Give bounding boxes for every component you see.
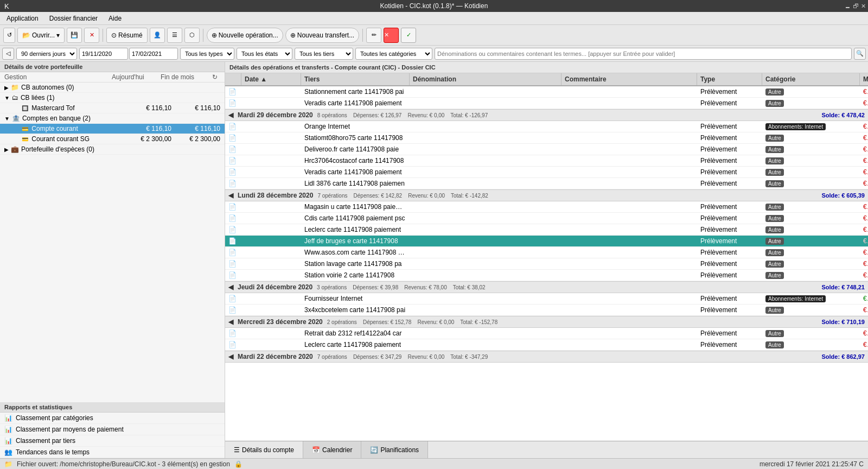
col-tiers[interactable]: Tiers [301,73,410,85]
date-from-input[interactable] [79,48,128,60]
row-tiers: Hrc37064costacof carte 11417908 [301,155,410,166]
row-amount: € -90,00 [860,328,868,339]
row-tiers: Fournisseur Internet [301,293,410,304]
table-row[interactable]: 📄 Leclerc carte 11417908 paiement Prélèv… [225,339,868,351]
table-row[interactable]: 📄 Magasin u carte 11417908 paiemen Prélè… [225,201,868,213]
account-label: 🔲 Mastercard Tof [4,104,123,112]
col-comment[interactable]: Commentaire [561,73,697,85]
table-row[interactable]: 📄 Statiomt08horo75 carte 11417908 Prélèv… [225,132,868,144]
new-op-btn[interactable]: ⊕ Nouvelle opération... [207,28,283,43]
share-btn[interactable]: ⬡ [184,28,200,43]
col-date[interactable]: Date ▲ [241,73,301,85]
day-group-2020-12-23[interactable]: ◀ Mercredi 23 décembre 2020 2 opérations… [225,316,868,328]
edit-btn[interactable]: ✏ [366,28,381,43]
type-select[interactable]: Tous les types Prélèvement Virement [180,48,234,60]
row-icon: 📄 [225,178,241,189]
account-mastercard[interactable]: 🔲 Mastercard Tof € 116,10 € 116,10 [0,103,225,113]
table-row[interactable]: 📄 Lidl 3876 carte 11417908 paiemen Prélè… [225,178,868,189]
table-row[interactable]: 📄 Orange Internet Prélèvement Abonnement… [225,121,868,132]
tiers-select[interactable]: Tous les tiers Orange Internet Lidl [295,48,353,60]
table-row[interactable]: 📄 Retrait dab 2312 ref14122a04 car Prélè… [225,328,868,339]
group-portefeuille[interactable]: ▶ 💼 Portefeuille d'espèces (0) [0,144,225,155]
menu-application[interactable]: Application [2,14,43,23]
table-row[interactable]: 📄 Www.asos.com carte 11417908 paie Prélè… [225,247,868,258]
minimize-btn[interactable]: 🗕 [845,3,851,10]
account-compte-courant[interactable]: 💳 Compte courant € 116,10 € 116,10 [0,124,225,134]
card-icon: 🔲 [22,105,28,111]
list-btn[interactable]: ☰ [167,28,182,43]
category-select[interactable]: Toutes les catégories Abonnements: Inter… [355,48,432,60]
user-btn[interactable]: 👤 [150,28,165,43]
date-to-input[interactable] [129,48,178,60]
portfolio-header: Gestion Aujourd'hui Fin de mois ↻ [0,72,225,83]
save-btn[interactable]: 💾 [67,28,82,43]
row-amount: € -62,78 [860,339,868,350]
group-cb-autonomes[interactable]: ▶ 📁 CB autonomes (0) [0,83,225,93]
refresh-btn[interactable]: ↻ [209,73,220,81]
report-tiers[interactable]: 📊 Classement par tiers [0,435,225,447]
tab-calendrier[interactable]: 📅 Calendrier [303,441,361,458]
cancel-op-btn[interactable]: ✕ [384,28,399,43]
report-payment-methods[interactable]: 📊 Classement par moyens de paiement [0,424,225,435]
table-row[interactable]: 📄 Veradis carte 11417908 paiement Prélèv… [225,167,868,178]
tab-icon: 📅 [312,446,320,454]
day-group-2020-12-29[interactable]: ◀ Mardi 29 décembre 2020 8 opérations Dé… [225,109,868,121]
day-group-2020-12-22[interactable]: ◀ Mardi 22 décembre 2020 7 opérations Dé… [225,351,868,363]
table-row[interactable]: 📄 Stationnement carte 11417908 pai Prélè… [225,86,868,98]
col-denomination[interactable]: Dénomination [410,73,561,85]
open-dropdown-icon: ▾ [56,31,60,39]
bottom-tabs: ☰ Détails du compte 📅 Calendrier 🔄 Plani… [225,441,868,458]
table-row[interactable]: 📄 Leclerc carte 11417908 paiement Prélèv… [225,224,868,236]
row-date [241,148,301,151]
table-row[interactable]: 📄 Hrc37064costacof carte 11417908 Prélèv… [225,155,868,167]
group-cb-liees[interactable]: ▼ 🗂 CB liées (1) [0,93,225,103]
row-tiers: Veradis carte 11417908 paiement [301,98,410,109]
new-icon-btn[interactable]: ↺ [3,28,15,43]
table-row[interactable]: 📄 3x4xcbcetelem carte 11417908 pai Prélè… [225,305,868,316]
group-comptes-banque[interactable]: ▼ 🏦 Comptes en banque (2) [0,113,225,124]
new-op-icon: ⊕ [212,31,217,39]
table-row[interactable]: 📄 Deliveroo.fr carte 11417908 paie Prélè… [225,144,868,155]
new-transfer-btn[interactable]: ⊕ Nouveau transfert... [285,28,359,43]
day-title: Mardi 29 décembre 2020 [238,111,313,119]
row-tiers: Www.asos.com carte 11417908 paie [301,247,410,258]
tab-planifications[interactable]: 🔄 Planifications [361,441,428,458]
maximize-btn[interactable]: 🗗 [853,3,859,10]
tab-label: Planifications [380,446,419,454]
search-input[interactable] [435,48,852,60]
report-trends[interactable]: 👥 Tendances dans le temps [0,447,225,458]
close-btn[interactable]: ✕ [861,3,866,10]
validate-btn[interactable]: ✓ [401,28,416,43]
reports-title: Rapports et statistiques [0,402,225,413]
close-btn-toolbar[interactable]: ✕ [84,28,99,43]
account-courant-sg[interactable]: 💳 Courant courant SG € 2 300,00 € 2 300,… [0,134,225,144]
resume-label: Résumé [118,31,143,39]
search-btn[interactable]: 🔍 [854,48,866,60]
col-type[interactable]: Type [697,73,762,85]
report-categories[interactable]: 📊 Classement par catégories [0,413,225,424]
table-row[interactable]: 📄 Station lavage carte 11417908 pa Prélè… [225,258,868,270]
filter-nav-prev[interactable]: ◁ [2,48,14,60]
table-row[interactable]: 📄 Veradis carte 11417908 paiement Prélèv… [225,98,868,109]
day-group-2020-12-28[interactable]: ◀ Lundi 28 décembre 2020 7 opérations Dé… [225,189,868,201]
state-select[interactable]: Tous les états Rapproché Non rapproché [237,48,292,60]
col-icon [225,73,241,85]
menu-aide[interactable]: Aide [104,14,126,23]
row-comment [561,262,697,265]
resume-btn[interactable]: ⊙ Résumé [106,28,148,43]
chevron-icon: ▼ [4,116,10,122]
day-group-2020-12-24[interactable]: ◀ Jeudi 24 décembre 2020 3 opérations Dé… [225,281,868,293]
col-amount[interactable]: Montant [860,73,868,85]
table-row[interactable]: 📄 Cdis carte 11417908 paiement psc Prélè… [225,213,868,224]
row-comment [561,125,697,128]
table-row[interactable]: 📄 Station voirie 2 carte 11417908 Prélèv… [225,270,868,281]
table-row[interactable]: 📄 Fournisseur Internet Prélèvement Abonn… [225,293,868,305]
row-comment [561,148,697,151]
tab-details-compte[interactable]: ☰ Détails du compte [225,441,303,458]
col-category[interactable]: Catégorie [762,73,860,85]
table-row-selected[interactable]: 📄 Jeff de bruges e carte 11417908 Prélèv… [225,236,868,247]
date-range-select[interactable]: 90 derniers jours 30 derniers jours Cett… [16,48,77,60]
open-btn[interactable]: 📂 Ouvrir... ▾ [17,28,65,43]
row-category: Autre [762,98,860,109]
menu-dossier[interactable]: Dossier financier [45,14,102,23]
